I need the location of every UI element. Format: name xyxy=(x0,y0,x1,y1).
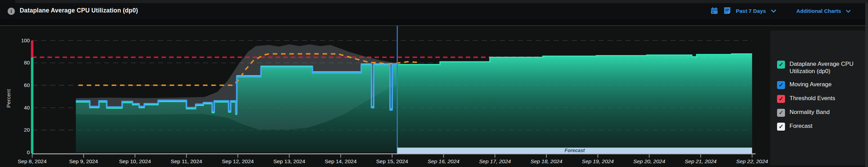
info-icon[interactable]: i xyxy=(8,8,15,15)
checkbox-dataplane-cpu[interactable]: ✓ xyxy=(777,61,785,69)
y-tick-label: 20 xyxy=(24,127,30,133)
cpu-utilization-chart[interactable]: 020406080100PercentForecastSep 8, 2024Se… xyxy=(0,26,772,167)
y-tick-label: 80 xyxy=(24,60,30,65)
time-range-selector[interactable]: Past 7 Days xyxy=(736,8,766,14)
calendar-icon[interactable] xyxy=(710,6,719,16)
x-tick-label: Sep 8, 2024 xyxy=(18,158,47,164)
x-tick-label: Sep 18, 2024 xyxy=(530,158,563,164)
x-tick-label: Sep 16, 2024 xyxy=(427,158,460,164)
widget-title: Dataplane Average CPU Utilization (dp0) xyxy=(20,7,138,14)
widget-header: i Dataplane Average CPU Utilization (dp0… xyxy=(0,3,868,19)
additional-charts-dropdown[interactable]: Additional Charts xyxy=(796,8,841,14)
right-edge-strip xyxy=(865,3,868,167)
y-tick-label: 100 xyxy=(21,37,30,43)
y-tick-label: 40 xyxy=(24,105,30,111)
x-tick-label: Sep 12, 2024 xyxy=(222,158,254,164)
top-strip-notch xyxy=(0,0,15,3)
x-tick-label: Sep 11, 2024 xyxy=(171,158,202,164)
dashboard-widget: i Dataplane Average CPU Utilization (dp0… xyxy=(0,0,868,167)
axis-alert-bar xyxy=(31,41,34,57)
top-strip xyxy=(0,0,868,3)
legend-item-normality-band[interactable]: ✓Normality Band xyxy=(777,108,865,117)
legend-item-dataplane-cpu[interactable]: ✓Dataplane Average CPU Utilization (dp0) xyxy=(777,60,865,75)
legend-item-forecast[interactable]: ✓Forecast xyxy=(777,122,865,131)
forecast-region-label: Forecast xyxy=(565,148,585,153)
y-tick-label: 60 xyxy=(24,82,30,88)
x-tick-label: Sep 17, 2024 xyxy=(479,158,511,164)
chart-legend: ✓Dataplane Average CPU Utilization (dp0)… xyxy=(770,30,865,165)
legend-label: Normality Band xyxy=(789,108,830,116)
chevron-down-icon[interactable] xyxy=(846,8,851,14)
chevron-down-icon[interactable] xyxy=(771,8,776,14)
header-controls: Past 7 Days Additional Charts xyxy=(710,3,851,19)
checkbox-normality-band[interactable]: ✓ xyxy=(777,109,785,117)
x-tick-label: Sep 20, 2024 xyxy=(633,158,665,164)
note-icon[interactable] xyxy=(723,6,731,16)
checkbox-moving-average[interactable]: ✓ xyxy=(777,81,785,89)
axis-ok-bar xyxy=(31,57,34,153)
legend-label: Threshold Events xyxy=(789,95,835,102)
legend-label: Dataplane Average CPU Utilization (dp0) xyxy=(789,60,860,75)
x-tick-label: Sep 22, 2024 xyxy=(736,158,768,164)
x-tick-label: Sep 14, 2024 xyxy=(325,158,357,164)
legend-item-moving-average[interactable]: ✓Moving Average xyxy=(777,81,865,89)
checkbox-forecast[interactable]: ✓ xyxy=(777,123,785,131)
x-tick-label: Sep 13, 2024 xyxy=(273,158,305,164)
x-tick-label: Sep 21, 2024 xyxy=(685,158,717,164)
x-tick-label: Sep 10, 2024 xyxy=(119,158,151,164)
y-tick-label: 0 xyxy=(27,149,30,155)
y-axis-label: Percent xyxy=(6,89,11,108)
cpu-utilization-area xyxy=(76,54,752,152)
legend-item-threshold-events[interactable]: ✓Threshold Events xyxy=(777,95,865,103)
x-tick-label: Sep 15, 2024 xyxy=(376,158,408,164)
x-tick-label: Sep 19, 2024 xyxy=(582,158,614,164)
legend-label: Forecast xyxy=(789,122,812,130)
legend-label: Moving Average xyxy=(789,81,832,88)
x-tick-label: Sep 9, 2024 xyxy=(69,158,98,164)
checkbox-threshold-events[interactable]: ✓ xyxy=(777,95,785,103)
